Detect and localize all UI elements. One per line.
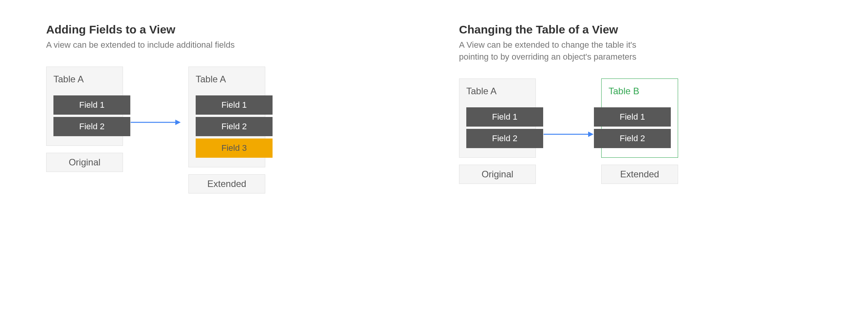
- table-box-right-original: Table A Field 1 Field 2: [459, 78, 536, 158]
- section-adding-fields: Adding Fields to a View A view can be ex…: [46, 23, 409, 194]
- table-box-right-extended: Table B Field 1 Field 2: [601, 78, 678, 158]
- heading-left: Adding Fields to a View: [46, 23, 409, 36]
- right-original-col: Table A Field 1 Field 2 Original: [459, 78, 536, 184]
- svg-marker-1: [175, 120, 181, 125]
- subheading-right: A View can be extended to change the tab…: [459, 39, 667, 63]
- field: Field 2: [196, 117, 273, 136]
- label-original: Original: [46, 153, 123, 172]
- field-new: Field 3: [196, 138, 273, 158]
- table-box-left-original: Table A Field 1 Field 2: [46, 67, 123, 146]
- field: Field 2: [594, 129, 671, 148]
- field: Field 1: [594, 107, 671, 127]
- section-changing-table: Changing the Table of a View A View can …: [459, 23, 822, 194]
- table-title-green: Table B: [609, 86, 671, 97]
- right-extended-col: Table B Field 1 Field 2 Extended: [601, 78, 678, 184]
- table-box-left-extended: Table A Field 1 Field 2 Field 3: [188, 67, 265, 167]
- subheading-left: A view can be extended to include additi…: [46, 39, 254, 51]
- label-extended: Extended: [601, 165, 678, 184]
- left-original-col: Table A Field 1 Field 2 Original: [46, 67, 123, 172]
- table-title: Table A: [466, 86, 529, 97]
- field: Field 1: [466, 107, 543, 127]
- field: Field 1: [196, 95, 273, 115]
- left-extended-col: Table A Field 1 Field 2 Field 3 Extended: [188, 67, 265, 194]
- label-extended: Extended: [188, 174, 265, 194]
- diagram-left: Table A Field 1 Field 2 Original Table A: [46, 67, 409, 194]
- diagram-right: Table A Field 1 Field 2 Original Table B: [459, 78, 822, 190]
- field: Field 2: [466, 129, 543, 148]
- field: Field 1: [53, 95, 130, 115]
- field: Field 2: [53, 117, 130, 136]
- heading-right: Changing the Table of a View: [459, 23, 822, 36]
- table-title: Table A: [196, 74, 258, 85]
- table-title: Table A: [53, 74, 116, 85]
- label-original: Original: [459, 165, 536, 184]
